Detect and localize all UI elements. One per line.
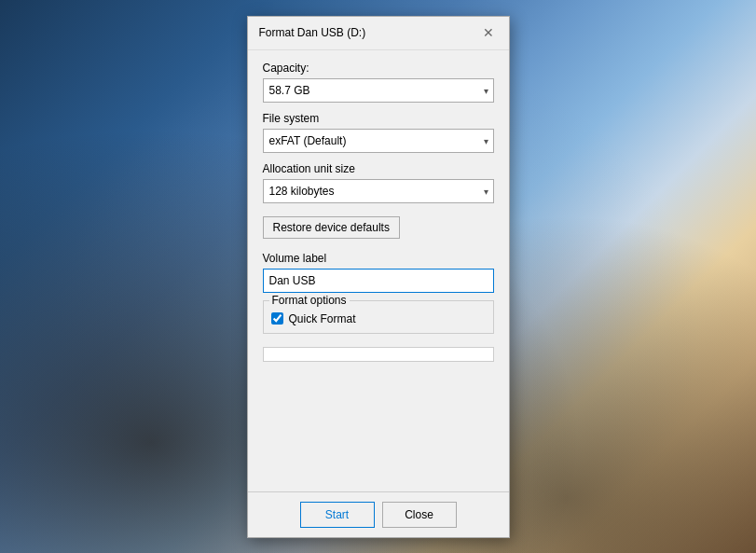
capacity-select[interactable]: 58.7 GB — [263, 78, 494, 103]
allocation-label: Allocation unit size — [263, 162, 494, 175]
restore-defaults-button[interactable]: Restore device defaults — [263, 216, 400, 239]
filesystem-label: File system — [263, 112, 494, 125]
close-icon[interactable]: ✕ — [479, 23, 498, 42]
dialog-footer: Start Close — [248, 491, 509, 537]
progress-bar-container — [263, 347, 494, 362]
dialog-title: Format Dan USB (D:) — [259, 26, 366, 39]
quick-format-row: Quick Format — [271, 312, 486, 325]
volume-label-input[interactable] — [263, 269, 494, 293]
format-options-group: Format options Quick Format — [263, 300, 494, 334]
filesystem-select-wrapper: exFAT (Default) FAT32 NTFS ▾ — [263, 129, 494, 153]
allocation-select-wrapper: 128 kilobytes 64 kilobytes 32 kilobytes … — [263, 179, 494, 203]
dialog-body: Capacity: 58.7 GB ▾ File system exFAT (D… — [248, 50, 509, 491]
format-dialog: Format Dan USB (D:) ✕ Capacity: 58.7 GB … — [247, 16, 510, 538]
start-button[interactable]: Start — [300, 502, 375, 528]
capacity-label: Capacity: — [263, 62, 494, 75]
allocation-select[interactable]: 128 kilobytes 64 kilobytes 32 kilobytes — [263, 179, 494, 203]
capacity-select-wrapper: 58.7 GB ▾ — [263, 78, 494, 103]
format-options-legend: Format options — [269, 294, 350, 307]
dialog-titlebar: Format Dan USB (D:) ✕ — [248, 17, 509, 50]
filesystem-select[interactable]: exFAT (Default) FAT32 NTFS — [263, 129, 494, 153]
volume-label-label: Volume label — [263, 252, 494, 265]
quick-format-checkbox[interactable] — [271, 312, 283, 325]
dialog-overlay: Format Dan USB (D:) ✕ Capacity: 58.7 GB … — [0, 0, 756, 553]
close-button[interactable]: Close — [382, 502, 457, 528]
quick-format-label: Quick Format — [289, 312, 356, 325]
